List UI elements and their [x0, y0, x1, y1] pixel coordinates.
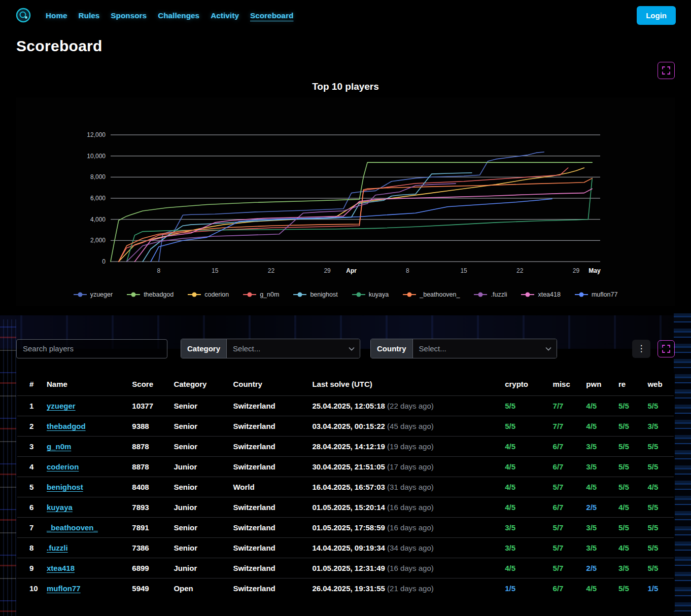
nav-link-home[interactable]: Home: [46, 11, 67, 20]
svg-text:22: 22: [268, 267, 275, 274]
legend-item-benighost[interactable]: benighost: [293, 291, 337, 298]
legend-item-xtea418[interactable]: xtea418: [521, 291, 560, 298]
table-row: 8.fuzzli7386SeniorSwitzerland14.04.2025,…: [17, 538, 674, 558]
last-solve-time: 25.04.2025, 12:05:18: [312, 402, 387, 410]
last-solve-ago: (16 days ago): [387, 564, 434, 572]
category-cell: Junior: [169, 558, 229, 578]
legend-series-icon: [352, 292, 365, 297]
column-header--: #: [17, 373, 43, 396]
last-solve-time: 01.05.2025, 17:58:59: [312, 523, 387, 532]
legend-series-icon: [474, 292, 487, 297]
category-cell: Senior: [169, 477, 229, 497]
player-link[interactable]: .fuzzli: [47, 543, 68, 552]
nav-link-rules[interactable]: Rules: [78, 11, 99, 20]
legend-series-icon: [127, 292, 140, 297]
chart-fullscreen-button[interactable]: [658, 62, 675, 79]
name-cell: g_n0m: [43, 437, 128, 457]
crypto-score-cell: 3/5: [501, 538, 548, 558]
pwn-score-cell: 4/5: [582, 396, 614, 416]
table-row: 5benighost8408SeniorWorld16.04.2025, 16:…: [17, 477, 674, 497]
player-link[interactable]: xtea418: [47, 564, 75, 572]
search-input[interactable]: [16, 339, 167, 358]
last-solve-ago: (16 days ago): [387, 503, 434, 512]
name-cell: .fuzzli: [43, 538, 128, 558]
last-solve-cell: 26.04.2025, 19:31:55 (21 days ago): [308, 578, 501, 599]
country-cell: Switzerland: [229, 558, 308, 578]
svg-text:2,000: 2,000: [90, 237, 106, 244]
category-filter: Category Select...: [181, 339, 360, 358]
misc-score-cell: 5/7: [549, 518, 582, 538]
table-row: 4coderion8878JuniorSwitzerland30.04.2025…: [17, 457, 674, 477]
legend-label: .fuzzli: [491, 291, 507, 298]
player-link[interactable]: g_n0m: [47, 442, 71, 451]
rank-cell: 8: [17, 538, 43, 558]
player-link[interactable]: kuyaya: [47, 503, 73, 512]
legend-series-icon: [74, 292, 87, 297]
legend-item-g_n0m[interactable]: g_n0m: [243, 291, 279, 298]
column-header-name: Name: [43, 373, 128, 396]
score-cell: 9388: [128, 416, 169, 437]
re-score-cell: 3/5: [614, 558, 643, 578]
page-title: Scoreboard: [16, 38, 675, 55]
login-button[interactable]: Login: [637, 6, 676, 25]
player-link[interactable]: thebadgod: [47, 422, 86, 430]
column-header-country: Country: [229, 373, 308, 396]
crypto-score-cell: 5/5: [501, 396, 548, 416]
legend-item-.fuzzli[interactable]: .fuzzli: [474, 291, 507, 298]
legend-label: xtea418: [538, 291, 560, 298]
country-select[interactable]: Select...: [413, 339, 557, 358]
svg-text:8: 8: [157, 267, 161, 274]
player-link[interactable]: coderion: [47, 462, 79, 471]
country-cell: Switzerland: [229, 518, 308, 538]
site-logo-icon[interactable]: [15, 7, 31, 23]
re-score-cell: 5/5: [614, 396, 643, 416]
player-link[interactable]: yzueger: [47, 402, 76, 410]
pwn-score-cell: 4/5: [582, 578, 614, 599]
table-row: 2thebadgod9388SeniorSwitzerland03.04.202…: [17, 416, 674, 437]
rank-cell: 10: [17, 578, 43, 599]
legend-item-kuyaya[interactable]: kuyaya: [352, 291, 389, 298]
legend-item-thebadgod[interactable]: thebadgod: [127, 291, 174, 298]
country-cell: Switzerland: [229, 538, 308, 558]
legend-label: kuyaya: [369, 291, 389, 298]
legend-item-_beathooven_[interactable]: _beathooven_: [403, 291, 460, 298]
web-score-cell: 5/5: [643, 396, 674, 416]
legend-item-coderion[interactable]: coderion: [188, 291, 229, 298]
player-link[interactable]: benighost: [47, 483, 83, 491]
player-link[interactable]: muflon77: [47, 584, 81, 593]
crypto-score-cell: 4/5: [501, 497, 548, 518]
legend-item-yzueger[interactable]: yzueger: [74, 291, 113, 298]
player-link[interactable]: _beathooven_: [47, 523, 98, 532]
name-cell: thebadgod: [43, 416, 128, 437]
svg-text:0: 0: [102, 258, 106, 265]
last-solve-cell: 30.04.2025, 21:51:05 (17 days ago): [308, 457, 501, 477]
svg-text:8,000: 8,000: [90, 173, 106, 180]
last-solve-time: 03.04.2025, 00:15:22: [312, 422, 387, 430]
re-score-cell: 5/5: [614, 518, 643, 538]
category-filter-label: Category: [181, 339, 227, 358]
rank-cell: 1: [17, 396, 43, 416]
legend-item-muflon77[interactable]: muflon77: [575, 291, 617, 298]
score-chart: 02,0004,0006,0008,00010,00012,0008152229…: [16, 101, 675, 278]
legend-label: muflon77: [592, 291, 617, 298]
nav-link-challenges[interactable]: Challenges: [158, 11, 199, 20]
nav-link-activity[interactable]: Activity: [211, 11, 239, 20]
main-nav: HomeRulesSponsorsChallengesActivityScore…: [46, 11, 293, 20]
last-solve-cell: 14.04.2025, 09:19:34 (34 days ago): [308, 538, 501, 558]
category-select-value: Select...: [233, 344, 260, 353]
legend-series-icon: [575, 292, 588, 297]
svg-text:4,000: 4,000: [90, 216, 106, 223]
category-select[interactable]: Select...: [227, 339, 360, 358]
name-cell: _beathooven_: [43, 518, 128, 538]
table-row: 10muflon775949OpenSwitzerland26.04.2025,…: [17, 578, 674, 599]
re-score-cell: 5/5: [614, 416, 643, 437]
nav-link-sponsors[interactable]: Sponsors: [111, 11, 147, 20]
table-fullscreen-button[interactable]: [658, 340, 675, 357]
misc-score-cell: 5/7: [549, 558, 582, 578]
category-cell: Junior: [169, 457, 229, 477]
category-cell: Open: [169, 578, 229, 599]
nav-link-scoreboard[interactable]: Scoreboard: [250, 11, 293, 20]
last-solve-time: 14.04.2025, 09:19:34: [312, 543, 387, 552]
table-options-button[interactable]: ⋮: [632, 340, 650, 358]
navbar: HomeRulesSponsorsChallengesActivityScore…: [0, 0, 691, 30]
